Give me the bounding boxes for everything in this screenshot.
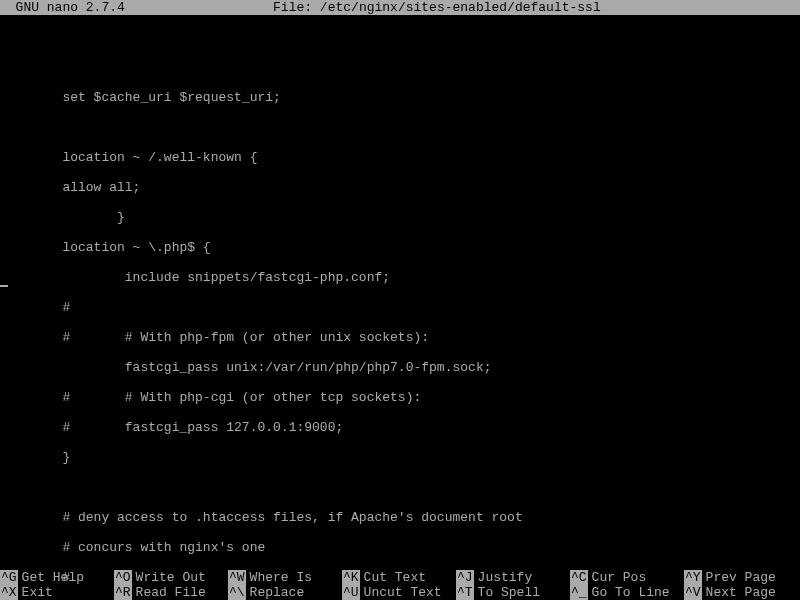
shortcut-key: ^R [114, 585, 132, 600]
shortcut-key: ^C [570, 570, 588, 585]
shortcut-replace[interactable]: ^\Replace [228, 585, 342, 600]
shortcut-uncut-text[interactable]: ^UUncut Text [342, 585, 456, 600]
editor-line: set $cache_uri $request_uri; [0, 90, 800, 105]
shortcut-label: Replace [246, 585, 305, 600]
shortcut-next-page[interactable]: ^VNext Page [684, 585, 798, 600]
shortcut-where-is[interactable]: ^WWhere Is [228, 570, 342, 585]
shortcut-exit[interactable]: ^XExit [0, 585, 114, 600]
editor-line: } [0, 450, 800, 465]
shortcut-label: Get Help [18, 570, 84, 585]
shortcut-bar: ^GGet Help ^OWrite Out ^WWhere Is ^KCut … [0, 570, 800, 600]
shortcut-read-file[interactable]: ^RRead File [114, 585, 228, 600]
shortcut-key: ^Y [684, 570, 702, 585]
editor-line [0, 60, 800, 75]
shortcut-prev-page[interactable]: ^YPrev Page [684, 570, 798, 585]
editor-line: # concurs with nginx's one [0, 540, 800, 555]
editor-line: fastcgi_pass unix:/var/run/php/php7.0-fp… [0, 360, 800, 375]
shortcut-label: Where Is [246, 570, 312, 585]
shortcut-row-1: ^GGet Help ^OWrite Out ^WWhere Is ^KCut … [0, 570, 800, 585]
app-version: GNU nano 2.7.4 [0, 0, 125, 15]
editor-line [0, 480, 800, 495]
editor-line: # # With php-cgi (or other tcp sockets): [0, 390, 800, 405]
shortcut-label: Write Out [132, 570, 206, 585]
shortcut-key: ^_ [570, 585, 588, 600]
editor-line [0, 120, 800, 135]
shortcut-label: Prev Page [702, 570, 776, 585]
editor-line: location ~ \.php$ { [0, 240, 800, 255]
shortcut-key: ^V [684, 585, 702, 600]
shortcut-key: ^W [228, 570, 246, 585]
shortcut-label: Justify [474, 570, 533, 585]
shortcut-key: ^U [342, 585, 360, 600]
editor-line: include snippets/fastcgi-php.conf; [0, 270, 800, 285]
shortcut-label: Uncut Text [360, 585, 442, 600]
shortcut-label: Go To Line [588, 585, 670, 600]
editor-line: # [0, 300, 800, 315]
shortcut-label: Read File [132, 585, 206, 600]
shortcut-cut-text[interactable]: ^KCut Text [342, 570, 456, 585]
shortcut-key: ^K [342, 570, 360, 585]
shortcut-key: ^T [456, 585, 474, 600]
cursor-icon [0, 285, 8, 287]
shortcut-label: To Spell [474, 585, 540, 600]
shortcut-to-spell[interactable]: ^TTo Spell [456, 585, 570, 600]
editor-line: allow all; [0, 180, 800, 195]
editor-line: } [0, 210, 800, 225]
shortcut-key: ^X [0, 585, 18, 600]
shortcut-key: ^\ [228, 585, 246, 600]
shortcut-cur-pos[interactable]: ^CCur Pos [570, 570, 684, 585]
shortcut-key: ^O [114, 570, 132, 585]
shortcut-label: Cur Pos [588, 570, 647, 585]
editor-line: # # With php-fpm (or other unix sockets)… [0, 330, 800, 345]
shortcut-key: ^J [456, 570, 474, 585]
shortcut-label: Exit [18, 585, 53, 600]
shortcut-key: ^G [0, 570, 18, 585]
editor-area[interactable]: set $cache_uri $request_uri; location ~ … [0, 15, 800, 600]
titlebar-spacer [125, 0, 273, 15]
shortcut-go-to-line[interactable]: ^_Go To Line [570, 585, 684, 600]
editor-line: # deny access to .htaccess files, if Apa… [0, 510, 800, 525]
editor-line: # fastcgi_pass 127.0.0.1:9000; [0, 420, 800, 435]
file-path: File: /etc/nginx/sites-enabled/default-s… [273, 0, 601, 15]
titlebar: GNU nano 2.7.4 File: /etc/nginx/sites-en… [0, 0, 800, 15]
editor-line: location ~ /.well-known { [0, 150, 800, 165]
shortcut-label: Cut Text [360, 570, 426, 585]
shortcut-get-help[interactable]: ^GGet Help [0, 570, 114, 585]
shortcut-label: Next Page [702, 585, 776, 600]
shortcut-write-out[interactable]: ^OWrite Out [114, 570, 228, 585]
editor-line [0, 30, 800, 45]
shortcut-row-2: ^XExit ^RRead File ^\Replace ^UUncut Tex… [0, 585, 800, 600]
shortcut-justify[interactable]: ^JJustify [456, 570, 570, 585]
